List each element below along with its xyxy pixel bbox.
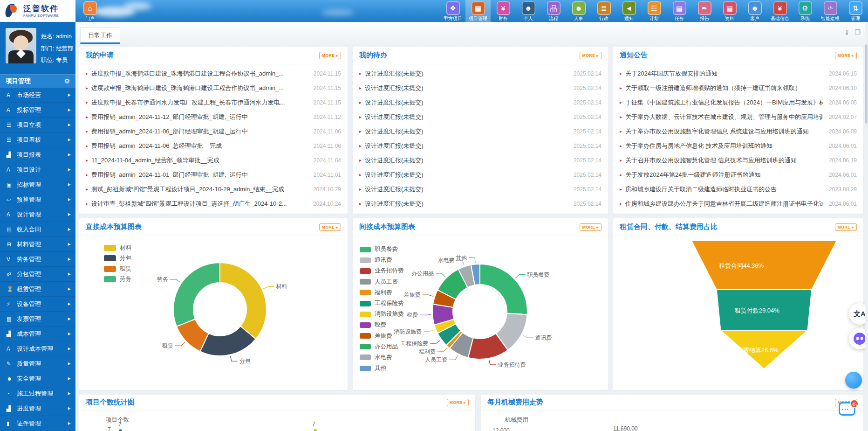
list-item[interactable]: ▸设计进度汇报(未提交)2025.02.14: [359, 127, 601, 136]
sidebar-item-bidding[interactable]: A投标管理▶: [0, 103, 75, 118]
list-item[interactable]: ▸费用报销_admin_2024-11-01_部门经理审批_胡建,_运行中202…: [86, 171, 341, 179]
more-button[interactable]: MORE ▸: [580, 52, 601, 59]
list-item[interactable]: ▸关于召开市政公用设施智慧化管理 信息技术与应用培训班的通知2024.06.19: [620, 156, 857, 165]
sidebar-item-certificate[interactable]: ▮证件管理▶: [0, 416, 75, 431]
chat-widget[interactable]: ••• 45: [839, 402, 855, 416]
list-item[interactable]: ▸关于发放2024年第24批一级建造师注册证书的通知2024.06.01: [620, 171, 857, 179]
sidebar-item-labor[interactable]: Ⅴ劳务管理▶: [0, 252, 75, 267]
list-item[interactable]: ▸房和城乡建设厅关于取消二级建造师临时执业证书的公告2023.08.29: [620, 185, 857, 194]
list-item[interactable]: ▸费用报销_admin_2024-11-12_部门经理审批_胡建,_运行中202…: [86, 113, 341, 121]
funnel-segment-租赁合同[interactable]: [691, 241, 837, 290]
list-item[interactable]: ▸关于举办住房与房地产信息化 技术及应用培训班的通知2024.06.01: [620, 142, 857, 150]
sidebar-item-invoice[interactable]: ▤发票管理▶: [0, 312, 75, 327]
legend-item[interactable]: 人员工资: [360, 277, 404, 287]
list-item[interactable]: ▸设计进度汇报(未提交)2025.02.14: [359, 113, 601, 121]
list-item[interactable]: ▸设计审查_彭祖新城“四馆”景观工程设计项目_请选择_胡广生_2024-10-2…: [86, 200, 341, 208]
list-item[interactable]: ▸关于举办市政公用设施数字化管理信息 系统建设与应用培训班的通知2024.06.…: [620, 127, 857, 136]
sidebar-item-safety[interactable]: ☻安全管理▶: [0, 371, 75, 386]
more-button[interactable]: MORE ▸: [319, 223, 341, 231]
list-item[interactable]: ▸设计进度汇报(未提交)2025.02.14: [359, 185, 601, 194]
legend-item[interactable]: 工程保险费: [360, 298, 404, 309]
nav-item-project-mgmt[interactable]: ▦项目管理: [465, 0, 491, 22]
nav-item-smart-modeling[interactable]: ‹/›智能建模: [818, 0, 843, 22]
list-item[interactable]: ▸设计进度汇报(未提交)2025.02.14: [359, 171, 601, 179]
legend-item[interactable]: 办公用品: [360, 341, 404, 352]
legend-item[interactable]: 税费: [360, 320, 404, 330]
more-button[interactable]: MORE ▸: [835, 223, 857, 231]
list-item[interactable]: ▸费用报销_admin_2024-11-06_部门经理审批_胡建,_运行中202…: [86, 127, 341, 136]
sidebar-item-quality[interactable]: ✎质量管理▶: [0, 356, 75, 371]
nav-item-manage[interactable]: ⇅管理: [843, 0, 868, 22]
sidebar-item-progress[interactable]: ▟进度管理▶: [0, 401, 75, 416]
sidebar-item-income-contract[interactable]: ▤收入合同▶: [0, 222, 75, 237]
sidebar-item-subcontract[interactable]: x²分包管理▶: [0, 267, 75, 282]
sidebar-item-lease-hourglass[interactable]: ⌛租赁管理▶: [0, 282, 75, 297]
legend-item[interactable]: 分包: [104, 253, 131, 264]
sidebar-item-budget-folder[interactable]: ▱预算管理▶: [0, 192, 75, 207]
list-item[interactable]: ▸费用报销_admin_2024-11-06_总经理审批__完成2024.11.…: [86, 142, 341, 150]
list-item[interactable]: ▸设计进度汇报(未提交)2025.02.14: [359, 84, 601, 92]
legend-item[interactable]: 差旅费: [360, 331, 404, 341]
sidebar-item-project-setup[interactable]: ☰项目立项▶: [0, 118, 75, 132]
sidebar-item-kanban[interactable]: ☰项目看板▶: [0, 132, 75, 147]
legend-item[interactable]: 业务招待费: [360, 265, 404, 276]
sidebar-item-project-report[interactable]: ▟项目报表▶: [0, 147, 75, 162]
nav-item-task-clipboard[interactable]: ▤任务: [667, 0, 692, 22]
donut-segment-劳务[interactable]: [173, 263, 220, 327]
list-item[interactable]: ▸11_2024-11-04_admin_经营部_领导审批__完成2024.11…: [86, 156, 341, 165]
sidebar-item-tender[interactable]: ▣招标管理▶: [0, 177, 75, 192]
nav-item-system-gear[interactable]: ⚙系统: [793, 0, 818, 22]
nav-item-admin-layers[interactable]: ≣行政: [591, 0, 616, 22]
list-item[interactable]: ▸住房和城乡建设部办公厅关于同意吉林省开展二级建造师注册证书电子化试点...20…: [620, 200, 857, 208]
scrollbar-thumb[interactable]: [865, 44, 868, 124]
list-item[interactable]: ▸设计进度汇报(未提交)2025.02.14: [359, 98, 601, 107]
nav-item-document[interactable]: ▤资料: [717, 0, 742, 22]
gear-icon[interactable]: ⚙: [64, 77, 70, 85]
more-button[interactable]: MORE ▸: [835, 52, 857, 59]
floating-blue-button[interactable]: [845, 372, 862, 389]
sidebar-item-material-cart[interactable]: ⊞材料管理▶: [0, 237, 75, 252]
legend-item[interactable]: 劳务: [104, 274, 131, 285]
sidebar-item-project-design[interactable]: A项目设计▶: [0, 162, 75, 177]
list-item[interactable]: ▸测试_彭祖新城“四馆”景观工程设计项目_2024-10-29_admin_结束…: [86, 185, 341, 194]
key-icon[interactable]: ⚷: [844, 28, 849, 36]
nav-item-customer[interactable]: ☻客户: [742, 0, 767, 22]
legend-item[interactable]: 消防设施费: [360, 309, 404, 320]
list-item[interactable]: ▸进度款申报_珠海鹤港口建设_珠海鹤港口建设工程合作协议书_admin_...2…: [86, 84, 341, 92]
nav-item-workflow[interactable]: 品流程: [541, 0, 566, 22]
nav-item-finance[interactable]: ¥财务: [491, 0, 516, 22]
legend-item[interactable]: 材料: [104, 243, 131, 253]
list-item[interactable]: ▸设计进度汇报(未提交)2025.02.14: [359, 142, 601, 150]
legend-item[interactable]: 通讯费: [360, 255, 404, 265]
list-item[interactable]: ▸设计进度汇报(未提交)2025.02.14: [359, 156, 601, 165]
nav-item-hr[interactable]: ☻人事: [566, 0, 591, 22]
legend-item[interactable]: 租赁: [104, 264, 131, 274]
list-item[interactable]: ▸关于举办大数据、云计算技术在城市建设、规划、管理与服务中的应用培训班...20…: [620, 113, 857, 121]
sidebar-item-design-cost[interactable]: A设计成本管理▶: [0, 341, 75, 356]
list-item[interactable]: ▸设计进度汇报(未提交)2025.02.14: [359, 70, 601, 78]
legend-item[interactable]: 其他: [360, 363, 404, 374]
more-button[interactable]: MORE ▸: [447, 399, 469, 406]
donut-segment-材料[interactable]: [220, 263, 267, 339]
tab-daily-work[interactable]: 日常工作: [80, 27, 120, 44]
legend-item[interactable]: 福利费: [360, 287, 404, 298]
nav-item-portal[interactable]: ⌂ 门户: [78, 1, 102, 22]
sidebar-item-cost-chart[interactable]: ▟成本管理▶: [0, 327, 75, 341]
sidebar-item-construction-process[interactable]: ◔施工过程管理▶: [0, 386, 75, 401]
nav-item-client-projects[interactable]: ❖甲方项目: [440, 0, 465, 22]
list-item[interactable]: ▸进度款申报_珠海鹤港口建设_珠海鹤港口建设工程合作协议书_admin_...2…: [86, 70, 341, 78]
nav-item-report-doc[interactable]: ✒报告: [692, 0, 717, 22]
nav-item-plan-sliders[interactable]: ☷计划: [642, 0, 667, 22]
legend-item[interactable]: 职员餐费: [360, 244, 404, 255]
list-item[interactable]: ▸进度款申报_长春市伊通河水力发电厂改建工程_长春市伊通河水力发电...2024…: [86, 98, 341, 107]
sidebar-item-market[interactable]: A市场经营▶: [0, 88, 75, 103]
donut-segment-职员餐费[interactable]: [480, 264, 527, 314]
new-window-icon[interactable]: ❐: [854, 28, 861, 36]
list-item[interactable]: ▸关于领取一级注册建造师增项贴的通知（须持一建证书前来领取）2024.06.10: [620, 84, 857, 92]
nav-item-personal[interactable]: ☻个人: [516, 0, 541, 22]
more-button[interactable]: MORE ▸: [319, 52, 341, 59]
nav-item-base-info[interactable]: ¥基础信息: [767, 0, 793, 22]
legend-item[interactable]: 水电费: [360, 352, 404, 363]
list-item[interactable]: ▸关于2024年国庆节放假安排的通知2024.06.15: [620, 70, 857, 78]
sidebar-item-equipment[interactable]: ⚡设备管理▶: [0, 297, 75, 312]
